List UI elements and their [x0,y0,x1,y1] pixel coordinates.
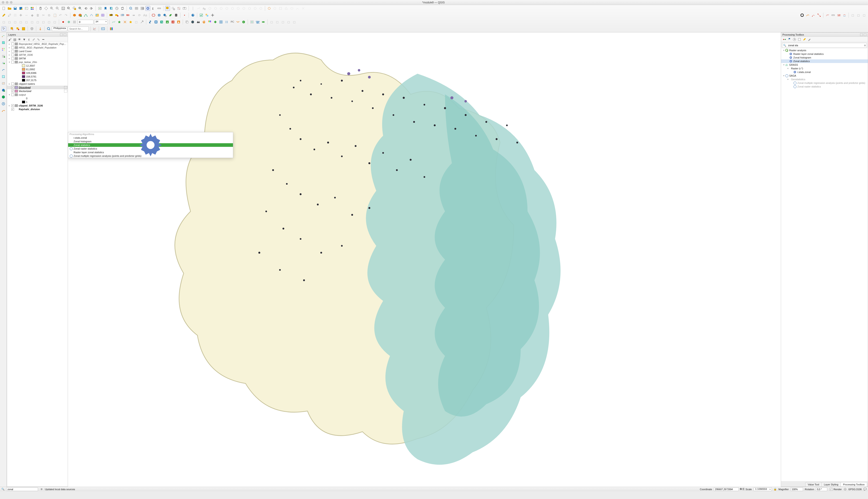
layers-styledock-icon[interactable]: 🖌 [8,37,12,41]
pca-tool-icon[interactable]: PCA [230,20,235,24]
locator-result-row[interactable]: Raster layer zonal statistics [68,150,233,154]
processing-panel-undock[interactable] [860,33,863,36]
text-annotation-icon[interactable]: T [182,6,187,11]
vtool-5[interactable] [1,61,6,65]
layer-row[interactable]: ▸Land Cover [7,49,68,53]
layers-panel-undock[interactable] [60,33,63,36]
shield-icon[interactable] [29,26,35,31]
digitize-menu-icon[interactable]: 123 [836,13,841,18]
layer-visibility-checkbox[interactable] [11,93,14,96]
layer-row[interactable]: ▾output [7,93,68,97]
rotation-input[interactable] [816,487,827,491]
layers-visibility-icon[interactable]: 👁 [17,37,22,41]
info-green-icon[interactable]: i [241,20,246,24]
locator-input[interactable] [7,487,38,491]
deselect-icon[interactable] [176,6,181,11]
temporal-icon[interactable] [114,6,119,11]
globe-tool-icon[interactable] [157,13,162,18]
python-icon[interactable] [148,20,153,24]
spin-unit-combo[interactable]: px [94,20,108,24]
zoom-next-icon[interactable] [89,6,94,11]
crs-icon[interactable] [844,488,847,491]
digitize-tool-2[interactable] [805,13,810,18]
wave-tool-icon[interactable] [236,20,240,24]
globe-search-icon[interactable] [162,13,167,18]
package-icon[interactable] [72,13,77,18]
locator-search-icon[interactable] [46,26,51,31]
layers-filter-icon[interactable]: ▼ [22,37,26,41]
scale-combo[interactable]: 1:1090559 [754,487,772,491]
proc-history-icon[interactable] [792,37,796,41]
layer-visibility-checkbox[interactable]: ✓ [11,86,14,89]
add-raster-icon[interactable] [95,13,100,18]
label-tool-icon[interactable]: abc [109,13,114,18]
digitize-tool-4[interactable] [817,13,821,18]
select-by-expr-icon[interactable]: ε [10,26,15,31]
layer-visibility-checkbox[interactable] [11,50,14,52]
proc-edit-icon[interactable] [802,37,806,41]
layers-panel-close[interactable] [64,33,66,36]
layer-visibility-checkbox[interactable] [11,46,14,49]
processing-tree-row[interactable]: Zonal statistics [781,59,868,63]
layer-row[interactable]: 0 [7,97,68,100]
layer-visibility-checkbox[interactable]: ✓ [11,108,14,111]
edc-icon[interactable]: EDC [101,26,105,31]
toggle-editing-icon[interactable] [7,13,12,18]
expand-icon[interactable]: ▸ [8,54,11,56]
zoom-in-icon[interactable] [49,6,54,11]
expand-icon[interactable]: ▾ [787,67,789,70]
shape-digitize-a[interactable] [267,6,272,11]
grid-color-icon[interactable] [207,20,212,24]
vtool-8[interactable] [1,81,6,86]
proc-results-icon[interactable] [797,37,802,41]
processing-tree[interactable]: ▾Raster analysisRaster layer zonal stati… [781,49,868,481]
processing-search-input[interactable] [787,44,863,47]
layer-row[interactable]: ✓Vectorized [7,89,68,93]
layers-tree[interactable]: ▸Reprojected_HRSL_BGD_Rajshahi_Populatio… [7,42,68,487]
expand-icon[interactable]: ▾ [787,78,789,81]
open-eo-icon[interactable]: openEO [255,20,260,24]
select-features-icon[interactable] [171,6,176,11]
layers-expr-icon[interactable]: ε [27,37,31,41]
layer-visibility-checkbox[interactable] [11,42,14,45]
vtool-1[interactable] [1,33,6,38]
vtool-10[interactable] [1,95,6,99]
print-layout-icon[interactable] [24,6,29,11]
select-all-icon[interactable] [21,26,26,31]
traffic-min[interactable] [6,1,8,4]
edit-pencil-icon[interactable] [1,13,7,18]
zoom-selection-icon[interactable] [72,6,77,11]
processing-tree-row[interactable]: ▾GRASS [781,63,868,66]
leaf-tool-icon[interactable] [168,13,173,18]
expand-icon[interactable]: ▸ [8,57,11,60]
dock-tab[interactable]: Value Tool [805,482,821,487]
layer-visibility-checkbox[interactable] [11,61,14,63]
crs-label[interactable]: EPSG:3106 [848,488,861,491]
arrow-tool-icon[interactable] [139,20,144,24]
bookmarks-icon[interactable] [109,6,114,11]
dock-tab[interactable]: Processing Toolbox [841,482,867,487]
layer-row[interactable]: ▸SRTM [7,57,68,60]
expand-icon[interactable]: ▸ [8,43,11,45]
layer-row[interactable]: ▸clipped rasters [7,82,68,86]
copy-layer-icon[interactable] [185,20,189,24]
plugin-tool-2[interactable]: N [159,20,164,24]
crosshair-icon[interactable] [210,13,215,18]
star-tool-icon[interactable] [117,20,122,24]
processing-tree-row[interactable]: Zonal multiple regression analysis (poin… [781,81,868,85]
layer-visibility-checkbox[interactable] [11,57,14,60]
measure-icon[interactable] [157,6,162,11]
layer-visibility-checkbox[interactable]: ✓ [11,90,14,93]
label-highlight-icon[interactable]: abc [120,13,125,18]
vtool-3[interactable] [1,47,6,52]
expand-icon[interactable]: ▾ [782,64,785,66]
traffic-max[interactable] [10,1,12,4]
help-icon[interactable]: ? [190,13,196,18]
field-calc-icon[interactable]: ⌨ [140,6,144,11]
locator-country-combo[interactable]: Philippines [52,26,67,31]
map-canvas[interactable]: Processing Algorithmsr.stats.zonalZonal … [68,33,781,487]
fire-tool-icon[interactable] [38,26,43,31]
chart-tool-icon[interactable] [92,26,97,31]
layer-visibility-checkbox[interactable] [11,53,14,56]
add-layer-icon[interactable] [250,20,254,24]
